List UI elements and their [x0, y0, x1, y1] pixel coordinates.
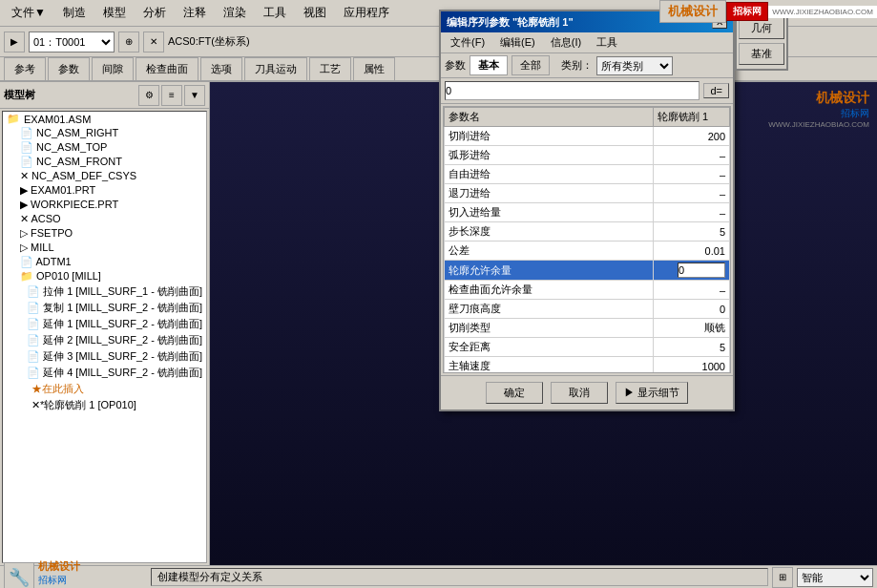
- table-row[interactable]: 公差 0.01: [445, 242, 730, 261]
- tree-item-workpiece-prt[interactable]: ▶ WORKPIECE.PRT: [3, 198, 206, 212]
- tree-item-contour-mill[interactable]: ✕*轮廓铣削 1 [OP010]: [3, 397, 206, 413]
- dialog-menu-tools[interactable]: 工具: [591, 33, 623, 52]
- param-value-arc-feed[interactable]: –: [654, 146, 730, 165]
- status-text: 创建模型分有定义关系: [151, 568, 768, 586]
- tree-expand-icon[interactable]: ▼: [184, 85, 205, 106]
- param-name-cut-type: 切削类型: [445, 319, 654, 338]
- dialog-tab-all[interactable]: 全部: [512, 55, 550, 75]
- param-name-feed: 切削进给: [445, 127, 654, 146]
- tree-item-acso[interactable]: ✕ ACSO: [3, 212, 206, 226]
- dialog-toolbar: 参数 基本 全部 类别： 所有类别: [441, 53, 733, 78]
- param-value-retract-feed[interactable]: –: [654, 184, 730, 203]
- table-row[interactable]: 弧形进给 –: [445, 146, 730, 165]
- param-value-safety-dist[interactable]: 5: [654, 338, 730, 357]
- table-row[interactable]: 自由进给 –: [445, 165, 730, 184]
- tab-properties[interactable]: 属性: [353, 57, 395, 80]
- param-value-spindle-speed[interactable]: 1000: [654, 357, 730, 374]
- tree-item-extend4[interactable]: 📄 延伸 4 [MILL_SURF_2 - 铣削曲面]: [3, 365, 206, 381]
- table-row[interactable]: 壁刀痕高度 0: [445, 300, 730, 319]
- tab-tool-motion[interactable]: 刀具运动: [244, 57, 307, 80]
- dialog-ok-button[interactable]: 确定: [486, 382, 543, 404]
- menu-item-analysis[interactable]: 分析: [136, 2, 174, 24]
- logo-icon: 🔧: [4, 562, 34, 589]
- dialog-filter-btn[interactable]: d=: [703, 83, 729, 98]
- coord-label: ACS0:FT(坐标系): [168, 34, 250, 49]
- tree-item-exam01-prt[interactable]: ▶ EXAM01.PRT: [3, 183, 206, 198]
- dialog-menu-info[interactable]: 信息(I): [545, 33, 587, 52]
- tree-item-nc-asm-def-csys[interactable]: ✕ NC_ASM_DEF_CSYS: [3, 169, 206, 183]
- status-icon-1[interactable]: ⊞: [772, 567, 793, 588]
- table-row[interactable]: 检查曲面允许余量 –: [445, 281, 730, 300]
- dialog-category-combo[interactable]: 所有类别: [596, 56, 673, 75]
- left-panel-toolbar: 模型树 ⚙ ≡ ▼: [0, 82, 209, 109]
- param-value-free-feed[interactable]: –: [654, 165, 730, 184]
- menu-item-tools[interactable]: 工具: [256, 2, 294, 24]
- dialog-detail-button[interactable]: ▶ 显示细节: [616, 382, 688, 404]
- tree-item-fsetpo[interactable]: ▷ FSETPO: [3, 226, 206, 241]
- tree-item-extend1[interactable]: 📄 延伸 1 [MILL_SURF_2 - 铣削曲面]: [3, 316, 206, 332]
- status-mode-combo[interactable]: 智能: [797, 568, 873, 587]
- param-input-contour-allowance[interactable]: [678, 262, 725, 278]
- status-logo-text: 机械设计: [38, 559, 139, 574]
- table-row[interactable]: 切入进给量 –: [445, 203, 730, 222]
- tree-item-extend2[interactable]: 📄 延伸 2 [MILL_SURF_2 - 铣削曲面]: [3, 332, 206, 348]
- brand-url: WWW.JIXIEZHAOBIAO.COM: [768, 6, 877, 18]
- param-value-plunge-feed[interactable]: –: [654, 203, 730, 222]
- tab-check-surface[interactable]: 检查曲面: [136, 57, 198, 80]
- tree-item-nc-asm-right[interactable]: 📄 NC_ASM_RIGHT: [3, 126, 206, 140]
- menu-item-file[interactable]: 文件▼: [4, 2, 53, 24]
- toolbar-icon-2[interactable]: ⊕: [118, 32, 139, 52]
- dialog-params-label: 参数: [445, 58, 466, 73]
- table-row[interactable]: 切削进给 200: [445, 127, 730, 146]
- dialog-filter-input[interactable]: [445, 81, 700, 100]
- tool-combo[interactable]: 01：T0001: [29, 32, 115, 52]
- tree-item-insert-here[interactable]: ★在此插入: [3, 381, 206, 397]
- tree-columns-icon[interactable]: ≡: [161, 85, 182, 106]
- dialog-buttons: 确定 取消 ▶ 显示细节: [441, 375, 733, 410]
- param-value-cut-type[interactable]: 顺铣: [654, 319, 730, 338]
- tree-item-nc-asm-top[interactable]: 📄 NC_ASM_TOP: [3, 140, 206, 155]
- param-value-contour-allowance[interactable]: [654, 261, 730, 281]
- table-row[interactable]: 切削类型 顺铣: [445, 319, 730, 338]
- table-row[interactable]: 步长深度 5: [445, 222, 730, 242]
- tree-item-mill[interactable]: ▷ MILL: [3, 241, 206, 255]
- param-value-check-surf-allowance[interactable]: –: [654, 281, 730, 300]
- menu-item-render[interactable]: 渲染: [216, 2, 254, 24]
- tab-options[interactable]: 选项: [200, 57, 242, 80]
- dialog-menu-edit[interactable]: 编辑(E): [494, 33, 541, 52]
- dialog-tab-basic[interactable]: 基本: [470, 55, 508, 75]
- param-value-step-depth[interactable]: 5: [654, 222, 730, 242]
- tab-params[interactable]: 参数: [48, 57, 90, 80]
- toolbar-icon-3[interactable]: ✕: [143, 32, 164, 52]
- tree-item-exam01-asm[interactable]: 📁EXAM01.ASM: [3, 112, 206, 126]
- table-row[interactable]: 主轴速度 1000: [445, 357, 730, 374]
- tree-item-adtm1[interactable]: 📄 ADTM1: [3, 255, 206, 269]
- dialog-title: 编辑序列参数 "轮廓铣削 1": [447, 15, 574, 30]
- table-row[interactable]: 安全距离 5: [445, 338, 730, 357]
- tab-process[interactable]: 工艺: [309, 57, 351, 80]
- menu-item-manufacture[interactable]: 制造: [55, 2, 94, 24]
- toolbar-icon-1[interactable]: ▶: [4, 32, 25, 52]
- table-row-highlighted[interactable]: 轮廓允许余量: [445, 261, 730, 281]
- table-row[interactable]: 退刀进给 –: [445, 184, 730, 203]
- dialog-cancel-button[interactable]: 取消: [551, 382, 608, 404]
- tab-reference[interactable]: 参考: [4, 57, 46, 80]
- menu-item-view[interactable]: 视图: [296, 2, 334, 24]
- tree-item-stretch1[interactable]: 📄 拉伸 1 [MILL_SURF_1 - 铣削曲面]: [3, 284, 206, 300]
- tree-item-copy1[interactable]: 📄 复制 1 [MILL_SURF_2 - 铣削曲面]: [3, 300, 206, 316]
- param-name-safety-dist: 安全距离: [445, 338, 654, 357]
- param-value-wall-scallop[interactable]: 0: [654, 300, 730, 319]
- dialog-standard-tab[interactable]: 基准: [739, 43, 784, 65]
- tree-item-op010[interactable]: 📁 OP010 [MILL]: [3, 269, 206, 284]
- dialog-menu-file[interactable]: 文件(F): [445, 33, 491, 52]
- param-value-feed[interactable]: 200: [654, 127, 730, 146]
- menu-item-apps[interactable]: 应用程序: [336, 2, 397, 24]
- tab-clearance[interactable]: 间隙: [92, 57, 134, 80]
- menu-item-model[interactable]: 模型: [95, 2, 134, 24]
- tree-item-nc-asm-front[interactable]: 📄 NC_ASM_FRONT: [3, 155, 206, 169]
- param-value-tolerance[interactable]: 0.01: [654, 242, 730, 261]
- tree-settings-icon[interactable]: ⚙: [138, 85, 159, 106]
- menu-item-annotation[interactable]: 注释: [176, 2, 214, 24]
- status-bar: 🔧 机械设计 招标网 WWW.JIXIEZHAOBIAO.COM 创建模型分有定…: [0, 565, 877, 588]
- tree-item-extend3[interactable]: 📄 延伸 3 [MILL_SURF_2 - 铣削曲面]: [3, 348, 206, 365]
